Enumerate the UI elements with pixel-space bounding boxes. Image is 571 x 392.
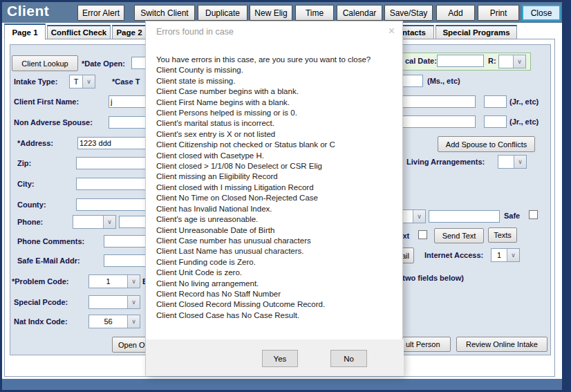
add-button[interactable]: Add: [436, 5, 475, 21]
tab-conflict-check[interactable]: Conflict Check: [47, 25, 111, 39]
review-online-intake-button[interactable]: Review Online Intake: [456, 337, 547, 352]
last-name-suffix-input[interactable]: [484, 95, 507, 108]
address-input[interactable]: [77, 137, 155, 149]
dialog-line: Client Closed Record Missing Outcome Rec…: [156, 299, 398, 310]
send-text-button[interactable]: Send Text: [434, 228, 484, 243]
error-alert-button[interactable]: Error Alert: [77, 5, 124, 21]
dialog-line: Client missing an Eligibility Record: [156, 171, 398, 182]
r-select[interactable]: ∨: [498, 55, 526, 68]
dialog-line: Client Unit Code is zero.: [156, 268, 398, 278]
save-stay-button[interactable]: Save/Stay: [384, 5, 433, 21]
phone-label: Phone:: [17, 218, 43, 226]
dialog-error-list: You have errors in this case, are you su…: [156, 55, 398, 321]
chevron-down-icon[interactable]: ∨: [82, 75, 95, 88]
problem-code-select[interactable]: 1 ∨: [88, 274, 140, 288]
switch-client-button[interactable]: Switch Client: [134, 5, 195, 21]
time-button[interactable]: Time: [295, 5, 334, 21]
dialog-line: Client Record has No Staff Number: [156, 289, 398, 299]
intake-type-select[interactable]: T ∨: [69, 75, 95, 88]
city-label: City:: [17, 180, 34, 188]
county-label: County:: [17, 200, 46, 209]
dialog-line: Client closed > 1/1/08 No Deselect or CS…: [156, 161, 398, 171]
jr-etc-label-2: (Jr., etc): [509, 118, 539, 126]
ok-to-text-checkbox[interactable]: [418, 230, 427, 239]
dialog-line: Client's sex entry is X or not listed: [156, 129, 398, 140]
internet-access-select[interactable]: 1 ∨: [491, 248, 520, 262]
client-lookup-button[interactable]: Client Lookup: [12, 55, 78, 71]
tab-special-programs[interactable]: Special Programs: [436, 25, 517, 39]
jr-etc-label-1: (Jr., etc): [509, 97, 539, 106]
window-border-top: [0, 0, 571, 2]
intake-type-label: Intake Type:: [14, 77, 57, 86]
errors-found-dialog: Errors found in case × You have errors i…: [145, 21, 403, 375]
close-icon[interactable]: ×: [389, 26, 395, 36]
phone-type-select[interactable]: ∨: [73, 215, 116, 229]
duplicate-button[interactable]: Duplicate: [198, 5, 247, 21]
dialog-line: Client County is missing.: [156, 65, 398, 75]
add-spouse-to-conflicts-button[interactable]: Add Spouse to Conflicts: [438, 136, 535, 152]
zip-input[interactable]: [76, 157, 155, 169]
print-button[interactable]: Print: [478, 5, 519, 21]
city-input[interactable]: [76, 178, 155, 190]
nat-indx-code-value: 56: [89, 315, 127, 328]
client-window: Client Error Alert Switch Client Duplica…: [0, 0, 571, 392]
calendar-button[interactable]: Calendar: [337, 5, 382, 21]
problem-code-value: 1: [89, 275, 127, 288]
chevron-down-icon[interactable]: ∨: [514, 156, 526, 168]
dialog-line: Client closed with Casetype H.: [156, 151, 398, 161]
ms-etc-label: (Ms., etc): [427, 77, 460, 85]
chevron-down-icon[interactable]: ∨: [103, 216, 115, 228]
address-label: *Address:: [17, 139, 53, 147]
dialog-line: Client closed with I missing Litigation …: [156, 183, 398, 193]
safe-phone-input[interactable]: [429, 210, 500, 223]
special-pcode-select[interactable]: ∨: [88, 295, 140, 309]
special-pcode-label: Special Pcode:: [14, 298, 68, 306]
first-name-label: Client First Name:: [14, 97, 79, 106]
zip-label: Zip:: [17, 159, 31, 167]
tab-page-1[interactable]: Page 1: [4, 24, 46, 40]
dialog-title: Errors found in case: [156, 27, 234, 37]
dialog-line: Client Citizenship not checked or Status…: [156, 140, 398, 150]
chevron-down-icon[interactable]: ∨: [127, 275, 140, 288]
county-input[interactable]: [76, 198, 155, 211]
problem-code-label: *Problem Code:: [12, 277, 69, 286]
texts-button[interactable]: Texts: [488, 227, 517, 243]
spouse-suffix-input[interactable]: [484, 115, 507, 128]
chevron-down-icon[interactable]: ∨: [513, 55, 525, 68]
date-open-label: *Date Open:: [82, 59, 125, 68]
internet-access-value: 1: [492, 249, 507, 261]
dialog-line: Client Last Name has unusual characters.: [156, 246, 398, 256]
window-title: Client: [7, 3, 49, 19]
safe-checkbox[interactable]: [529, 210, 538, 219]
safe-email-label: Safe E-Mail Addr:: [17, 256, 80, 265]
close-button[interactable]: Close: [522, 5, 561, 21]
chevron-down-icon[interactable]: ∨: [127, 296, 140, 308]
dialog-line: Client's marital status is incorrect.: [156, 118, 398, 129]
dialog-line: You have errors in this case, are you su…: [156, 55, 398, 65]
intake-type-value: T: [70, 75, 82, 88]
chevron-down-icon[interactable]: ∨: [507, 249, 519, 261]
dialog-line: Client Case number has unusual character…: [156, 236, 398, 246]
new-elig-button[interactable]: New Elig: [250, 5, 292, 21]
fiscal-date-label: cal Date:: [405, 57, 437, 65]
nat-indx-code-select[interactable]: 56 ∨: [88, 315, 140, 328]
dialog-line: Client Closed Case has No Case Result.: [156, 310, 398, 321]
title-bar: Client Error Alert Switch Client Duplica…: [2, 1, 562, 23]
dialog-line: Client Funding code is Zero.: [156, 257, 398, 268]
yes-button[interactable]: Yes: [262, 350, 298, 367]
no-button[interactable]: No: [330, 350, 367, 367]
dialog-line: Client First Name begins with a blank.: [156, 97, 398, 108]
dialog-line: Client has Invalid National Index.: [156, 204, 398, 214]
chevron-down-icon[interactable]: ∨: [127, 315, 140, 328]
dialog-line: Client No living arrangement.: [156, 279, 398, 289]
tab-page-2[interactable]: Page 2: [112, 25, 147, 39]
fiscal-date-input[interactable]: [437, 55, 484, 67]
nat-indx-code-label: Nat Indx Code:: [14, 317, 68, 326]
living-arrangements-label: Living Arrangements:: [406, 158, 485, 166]
living-arrangements-select[interactable]: ∨: [498, 155, 527, 169]
bottom-status-bar: [2, 379, 562, 390]
phone-comments-label: Phone Comments:: [17, 237, 84, 245]
chevron-down-icon[interactable]: ∨: [413, 210, 425, 223]
r-label: R:: [488, 57, 496, 65]
internet-access-label: Internet Access:: [424, 251, 483, 259]
